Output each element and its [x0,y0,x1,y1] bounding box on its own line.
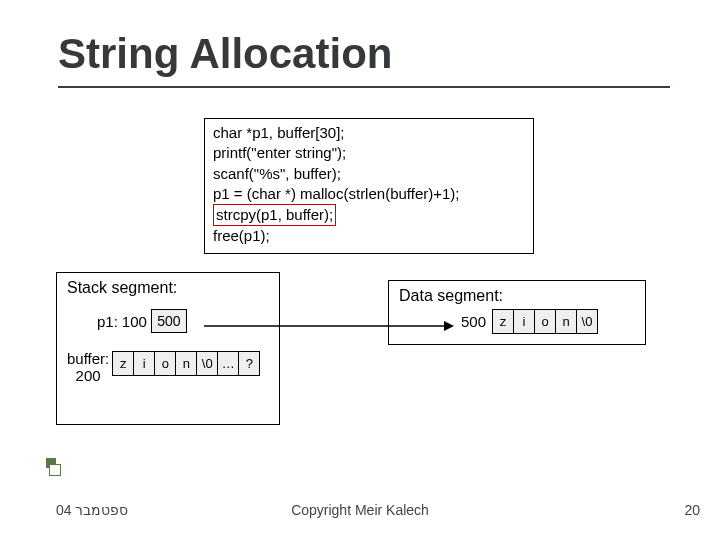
buffer-row: buffer: 200 z i o n \0 … ? [67,351,269,384]
corner-decor-icon [46,458,62,478]
cell: o [534,309,556,334]
p1-value-cell: 500 [151,309,187,333]
code-line: printf("enter string"); [213,143,525,163]
cell: \0 [196,351,218,376]
buffer-label-bottom: 200 [76,367,101,384]
code-line: char *p1, buffer[30]; [213,123,525,143]
cell: z [112,351,134,376]
cell: i [133,351,155,376]
buffer-cells: z i o n \0 … ? [112,351,259,376]
cell: ? [238,351,260,376]
cell: i [513,309,535,334]
cell: … [217,351,239,376]
footer-copyright: Copyright Meir Kalech [0,502,720,518]
p1-row: p1: 100 500 [97,309,269,333]
data-addr: 500 [461,313,486,330]
cell: n [555,309,577,334]
buffer-label-top: buffer: [67,350,109,367]
code-line: scanf("%s", buffer); [213,164,525,184]
data-row: 500 z i o n \0 [461,309,635,334]
cell: z [492,309,514,334]
page-number: 20 [684,502,700,518]
p1-label: p1: [97,313,118,330]
stack-title: Stack segment: [67,279,269,297]
data-segment-box: Data segment: 500 z i o n \0 [388,280,646,345]
code-line: free(p1); [213,226,525,246]
p1-addr: 100 [122,313,147,330]
data-title: Data segment: [399,287,635,305]
cell: n [175,351,197,376]
slide: String Allocation char *p1, buffer[30]; … [0,0,720,540]
title-underline [58,86,670,88]
page-title: String Allocation [58,30,670,78]
code-line: p1 = (char *) malloc(strlen(buffer)+1); [213,184,525,204]
data-cells: z i o n \0 [492,309,597,334]
code-box: char *p1, buffer[30]; printf("enter stri… [204,118,534,254]
cell: o [154,351,176,376]
buffer-label: buffer: 200 [67,351,109,384]
code-line-highlight: strcpy(p1, buffer); [213,204,336,226]
cell: \0 [576,309,598,334]
stack-segment-box: Stack segment: p1: 100 500 buffer: 200 z… [56,272,280,425]
